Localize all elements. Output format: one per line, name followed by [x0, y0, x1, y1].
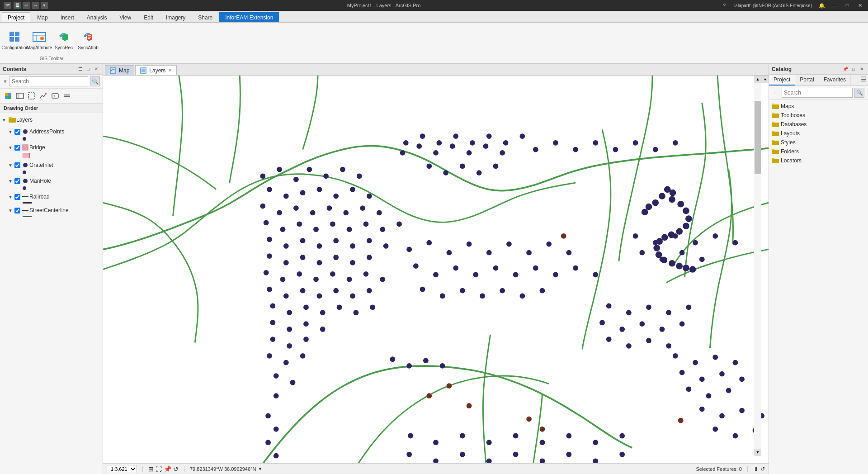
bridge-row[interactable]: ▼ Bridge [0, 142, 103, 152]
railroad-checkbox[interactable] [14, 194, 20, 200]
manhole-row[interactable]: ▼ ManHole [0, 176, 103, 186]
svg-point-134 [406, 246, 412, 252]
bookmarks-button[interactable]: 📌 [164, 465, 171, 473]
close-button[interactable]: ✕ [855, 2, 864, 9]
grateinlet-row[interactable]: ▼ GrateInlet [0, 160, 103, 170]
refresh-icon[interactable]: ↺ [760, 466, 765, 472]
scroll-up-button[interactable]: ▲ [754, 76, 761, 83]
tab-edit[interactable]: Edit [138, 12, 159, 22]
expand-icon[interactable]: ▼ [8, 208, 14, 213]
tab-catalog-favorites[interactable]: Favorites [819, 75, 851, 85]
select-btn[interactable] [26, 90, 37, 101]
svg-rect-294 [772, 150, 779, 154]
pause-icon[interactable]: ⏸ [753, 466, 759, 472]
tab-map[interactable]: Map [31, 12, 53, 22]
tab-analysis[interactable]: Analysis [81, 12, 113, 22]
more-options-btn[interactable] [61, 90, 72, 101]
configuration-button[interactable]: Configuration [4, 27, 26, 53]
catalog-pin-btn[interactable]: 📌 [842, 66, 849, 73]
rotate-button[interactable]: ↺ [173, 465, 179, 473]
map-view[interactable] [103, 76, 769, 463]
label-btn[interactable]: T [50, 90, 61, 101]
group-layer-btn[interactable] [14, 90, 25, 101]
tab-imagery[interactable]: Imagery [160, 12, 191, 22]
contents-controls: ☰ □ ✕ [76, 66, 100, 73]
tab-share[interactable]: Share [192, 12, 218, 22]
railroad-row[interactable]: ▼ Railroad [0, 192, 103, 202]
catalog-float-btn[interactable]: □ [850, 66, 857, 73]
expand-icon[interactable]: ▼ [8, 129, 14, 134]
svg-point-117 [283, 360, 289, 365]
mapattribute-button[interactable]: MapAttribute [28, 27, 51, 53]
catalog-item-databases[interactable]: Databases [769, 120, 868, 129]
zoom-full-button[interactable]: ⛶ [156, 465, 162, 473]
syncattrib-button[interactable]: SyncAttrib [77, 27, 99, 53]
minimize-button[interactable]: — [830, 2, 839, 9]
addresspoints-row[interactable]: ▼ AddressPoints [0, 127, 103, 137]
addresspoints-checkbox[interactable] [14, 129, 20, 135]
catalog-close-btn[interactable]: ✕ [858, 66, 865, 73]
catalog-item-toolboxes[interactable]: Toolboxes [769, 111, 868, 120]
manhole-checkbox[interactable] [14, 178, 20, 184]
expand-icon[interactable]: ▼ [2, 118, 8, 123]
layers-root-row[interactable]: ▼ Layers [0, 115, 103, 125]
scale-select[interactable]: 1:3,621 [107, 465, 137, 473]
tab-catalog-portal[interactable]: Portal [795, 75, 819, 85]
svg-point-55 [260, 204, 265, 209]
expand-icon[interactable]: ▼ [8, 163, 14, 168]
scroll-down-button[interactable]: ▼ [754, 449, 761, 456]
scroll-track[interactable] [754, 83, 761, 449]
save-icon[interactable]: 💾 [14, 2, 21, 9]
symbology-btn[interactable] [38, 90, 49, 101]
tab-inforeAM[interactable]: InforEAM Extension [219, 12, 279, 22]
add-data-btn[interactable] [3, 90, 14, 101]
expand-icon[interactable]: ▼ [8, 145, 14, 150]
contents-menu-btn[interactable]: ☰ [76, 66, 84, 73]
catalog-item-folders[interactable]: Folders [769, 147, 868, 156]
pause-button[interactable]: ⏸ ↺ [753, 466, 765, 472]
tab-layers-view[interactable]: Layers ✕ [135, 65, 177, 75]
expand-icon[interactable]: ▼ [8, 194, 14, 199]
expand-icon[interactable]: ▼ [8, 179, 14, 184]
zoom-extent-button[interactable]: ⊞ [148, 465, 154, 473]
tab-catalog-project[interactable]: Project [769, 75, 795, 85]
catalog-item-styles[interactable]: Styles [769, 138, 868, 147]
catalog-back-button[interactable]: ← [771, 88, 780, 97]
contents-search-button[interactable]: 🔍 [90, 76, 100, 86]
close-tab-button[interactable]: ✕ [168, 68, 172, 73]
catalog-item-maps[interactable]: Maps [769, 102, 868, 111]
catalog-item-locators[interactable]: Locators [769, 156, 868, 165]
map-status-bar: 1:3,621 ⊞ ⛶ 📌 ↺ 79.8231349°W 36.0962946°… [103, 463, 769, 474]
tab-insert[interactable]: Insert [55, 12, 80, 22]
coordinates-dropdown[interactable]: ▼ [258, 466, 262, 471]
scroll-thumb[interactable] [755, 101, 761, 174]
catalog-search-input[interactable] [782, 88, 853, 98]
tab-project[interactable]: Project [2, 12, 30, 22]
scroll-corner[interactable]: ▾ [761, 76, 769, 83]
vertical-scrollbar[interactable]: ▲ ▼ [754, 76, 761, 456]
redo-icon[interactable]: ↪ [32, 2, 39, 9]
grateinlet-checkbox[interactable] [14, 162, 20, 168]
tab-view[interactable]: View [113, 12, 137, 22]
streetcenterline-row[interactable]: ▼ StreetCenterline [0, 205, 103, 215]
catalog-item-layouts[interactable]: Layouts [769, 129, 868, 138]
undo-icon[interactable]: ↩ [23, 2, 30, 9]
tab-map-view[interactable]: Map [105, 65, 134, 75]
catalog-search-button[interactable]: 🔍 [854, 88, 864, 98]
help-button[interactable]: ? [720, 2, 729, 9]
maximize-button[interactable]: □ [843, 2, 852, 9]
map-canvas[interactable]: ▾ ▲ ▼ [103, 76, 769, 463]
catalog-options-button[interactable]: ☰ [859, 75, 868, 84]
contents-float-btn[interactable]: □ [85, 66, 92, 73]
contents-search-input[interactable] [9, 76, 88, 86]
svg-point-219 [626, 343, 632, 349]
bridge-checkbox[interactable] [14, 145, 20, 151]
svg-point-201 [420, 133, 425, 139]
svg-rect-286 [772, 114, 779, 118]
contents-close-btn[interactable]: ✕ [93, 66, 100, 73]
streetcenterline-checkbox[interactable] [14, 208, 20, 213]
svg-rect-3 [15, 37, 19, 42]
syncrec-button[interactable]: SyncRec [52, 27, 75, 53]
more-icon[interactable]: ▼ [41, 2, 48, 9]
notifications-icon[interactable]: 🔔 [817, 2, 826, 9]
